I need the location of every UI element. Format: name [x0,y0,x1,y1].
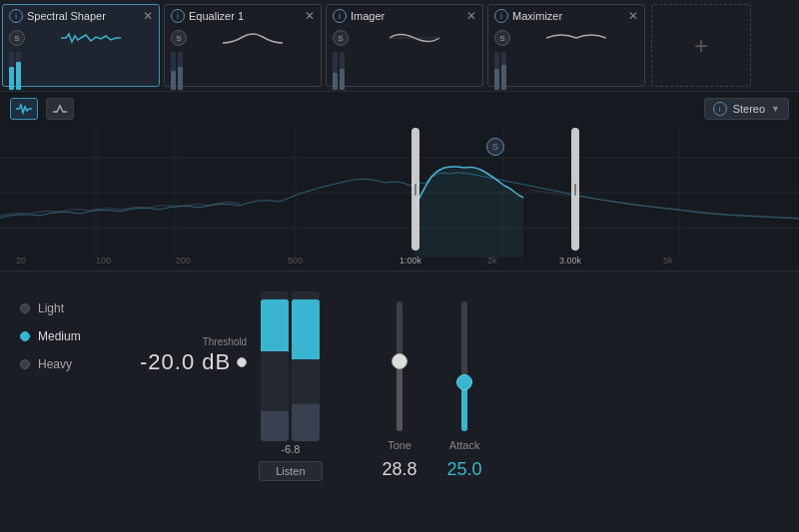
tab-meters [333,52,476,90]
s-band-badge[interactable]: S [486,138,504,156]
spectrum-display [0,128,799,258]
tab-header-left: i Imager [333,9,385,23]
option-dot-heavy [20,359,30,369]
tab-close-button[interactable]: ✕ [466,10,476,22]
tab-header: i Spectral Shaper ✕ [9,9,153,23]
tab-s-button[interactable]: S [9,30,25,46]
tab-equalizer[interactable]: i Equalizer 1 ✕ S [164,4,322,87]
spectrum-area: i Stereo ▼ S 20 100 [0,92,799,271]
spectrum-flat-button[interactable] [46,98,74,120]
attack-label: Attack [449,439,480,451]
tab-spectral-shaper[interactable]: i Spectral Shaper ✕ S [2,4,160,87]
tab-controls: S [9,27,153,49]
tab-waveform [353,27,476,49]
attack-value: 25.0 [447,459,482,480]
option-label-light: Light [38,301,64,315]
range-handle-left[interactable] [411,128,419,251]
tab-controls: S [494,27,638,49]
attack-slider-track[interactable] [461,301,467,431]
threshold-knob[interactable] [237,357,247,367]
tab-title: Imager [351,10,385,22]
tab-title: Equalizer 1 [189,10,244,22]
frequency-labels: 20 100 200 500 1:00k 2k 3.00k 5k [0,251,799,270]
tab-controls: S [171,27,315,49]
listen-button[interactable]: Listen [259,461,322,481]
plus-icon: + [694,32,708,60]
tab-meter-right [501,52,506,90]
freq-label-100: 100 [96,256,111,266]
tone-slider-thumb[interactable] [392,353,407,369]
tab-s-button[interactable]: S [333,30,349,46]
option-medium[interactable]: Medium [20,329,120,343]
spectrum-toolbar: i Stereo ▼ [0,92,799,126]
tab-meters [171,52,315,90]
tone-slider-track[interactable] [397,301,402,431]
meter-track-l2 [292,291,320,441]
plugin-tabs-bar: i Spectral Shaper ✕ S [0,0,799,92]
tab-header-left: i Maximizer [494,9,562,23]
tab-header-left: i Equalizer 1 [171,9,244,23]
freq-label-500: 500 [288,256,303,266]
threshold-label: Threshold [203,336,247,347]
range-handle-right[interactable] [571,128,579,251]
option-label-medium: Medium [38,329,81,343]
tone-value: 28.8 [383,459,417,480]
tab-imager[interactable]: i Imager ✕ S [326,4,483,87]
freq-label-1k: 1:00k [400,256,421,266]
tab-info-icon: i [333,9,347,23]
sliders-panel: Tone 28.8 Attack 25.0 [383,291,482,480]
tab-header: i Imager ✕ [333,9,476,23]
option-label-heavy: Heavy [38,357,72,371]
tab-controls: S [333,27,476,49]
tab-title: Spectral Shaper [27,10,106,22]
tab-meter-right [16,52,21,90]
freq-label-20: 20 [16,256,26,266]
tab-s-button[interactable]: S [494,30,510,46]
freq-label-2k: 2k [487,256,497,266]
tab-meter-right [178,52,183,90]
tab-header: i Equalizer 1 ✕ [171,9,315,23]
meter-track-l1 [261,291,289,441]
threshold-value: -20.0 dB [140,349,231,375]
tab-meters [494,52,638,90]
freq-label-3k: 3.00k [559,256,581,266]
tab-close-button[interactable]: ✕ [628,10,638,22]
tab-waveform [29,27,153,49]
tab-close-button[interactable]: ✕ [143,10,153,22]
main-controls: Light Medium Heavy Threshold -20.0 dB [0,271,799,532]
tab-meters [9,52,153,90]
tab-info-icon: i [494,9,508,23]
stereo-selector[interactable]: i Stereo ▼ [704,98,789,120]
options-panel: Light Medium Heavy [20,281,120,371]
tab-waveform [514,27,638,49]
meter-bottom-value: -6.8 [281,443,300,455]
tab-waveform [191,27,315,49]
tab-meter-left [9,52,14,90]
stereo-dropdown-icon: ▼ [771,104,780,114]
tab-meter-left [333,52,338,90]
tab-meter-left [171,52,176,90]
tab-info-icon: i [9,9,23,23]
tab-header: i Maximizer ✕ [494,9,638,23]
tab-s-button[interactable]: S [171,30,187,46]
spectrum-wave-button[interactable] [10,98,38,120]
tab-maximizer[interactable]: i Maximizer ✕ S [487,4,645,87]
meter-group-left [261,291,320,441]
option-dot-medium [20,331,30,341]
tab-close-button[interactable]: ✕ [305,10,315,22]
stereo-label: Stereo [733,103,765,115]
tab-meter-right [340,52,345,90]
meter-display [261,281,320,441]
freq-label-5k: 5k [663,256,673,266]
option-light[interactable]: Light [20,301,120,315]
option-dot-light [20,303,30,313]
add-plugin-button[interactable]: + [651,4,751,87]
tone-label: Tone [388,439,411,451]
tab-title: Maximizer [512,10,562,22]
tone-slider-group: Tone 28.8 [383,301,417,480]
option-heavy[interactable]: Heavy [20,357,120,371]
attack-slider-thumb[interactable] [456,374,472,390]
attack-slider-group: Attack 25.0 [447,301,482,480]
freq-label-200: 200 [176,256,191,266]
stereo-info-icon: i [713,102,727,116]
